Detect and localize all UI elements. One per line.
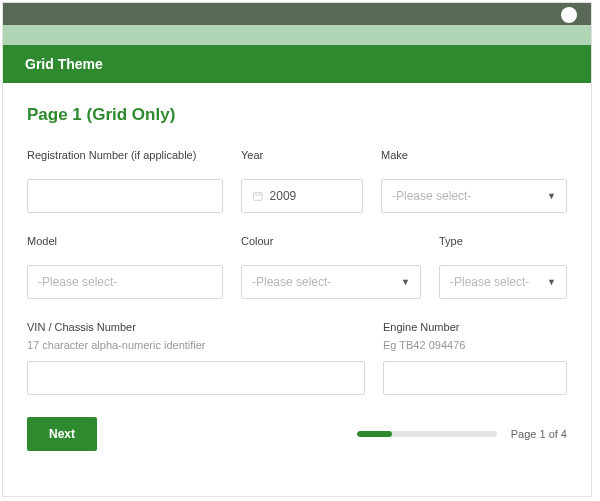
- input-vin-wrapper: [27, 361, 365, 395]
- field-year: Year: [241, 149, 363, 213]
- title-bar: Grid Theme: [3, 45, 591, 83]
- field-vin: VIN / Chassis Number 17 character alpha-…: [27, 321, 365, 395]
- colour-select[interactable]: -Please select- ▼: [241, 265, 421, 299]
- sub-bar: [3, 25, 591, 45]
- type-select[interactable]: -Please select- ▼: [439, 265, 567, 299]
- field-model: Model -Please select-: [27, 235, 223, 299]
- theme-title: Grid Theme: [25, 56, 103, 72]
- label-vin: VIN / Chassis Number: [27, 321, 365, 333]
- form-content: Page 1 (Grid Only) Registration Number (…: [3, 83, 591, 467]
- label-type: Type: [439, 235, 567, 247]
- make-placeholder: -Please select-: [392, 189, 471, 203]
- input-year-wrapper: [241, 179, 363, 213]
- calendar-icon: [252, 189, 264, 203]
- hint-engine: Eg TB42 094476: [383, 339, 567, 353]
- year-input[interactable]: [270, 189, 352, 203]
- label-registration: Registration Number (if applicable): [27, 149, 223, 161]
- label-model: Model: [27, 235, 223, 247]
- registration-input[interactable]: [38, 189, 212, 203]
- make-select[interactable]: -Please select- ▼: [381, 179, 567, 213]
- model-select[interactable]: -Please select-: [27, 265, 223, 299]
- input-registration-wrapper: [27, 179, 223, 213]
- progress-area: Page 1 of 4: [357, 428, 567, 440]
- type-placeholder: -Please select-: [450, 275, 529, 289]
- form-footer: Next Page 1 of 4: [27, 417, 567, 451]
- engine-input[interactable]: [394, 371, 556, 385]
- top-bar: [3, 3, 591, 25]
- chevron-down-icon: ▼: [547, 277, 556, 287]
- progress-bar: [357, 431, 497, 437]
- field-type: Type -Please select- ▼: [439, 235, 567, 299]
- avatar[interactable]: [561, 7, 577, 23]
- field-registration: Registration Number (if applicable): [27, 149, 223, 213]
- label-engine: Engine Number: [383, 321, 567, 333]
- model-placeholder: -Please select-: [38, 275, 117, 289]
- next-button[interactable]: Next: [27, 417, 97, 451]
- hint-vin: 17 character alpha-numeric identifier: [27, 339, 365, 353]
- vin-input[interactable]: [38, 371, 354, 385]
- colour-placeholder: -Please select-: [252, 275, 331, 289]
- progress-fill: [357, 431, 392, 437]
- page-indicator: Page 1 of 4: [511, 428, 567, 440]
- chevron-down-icon: ▼: [401, 277, 410, 287]
- page-title: Page 1 (Grid Only): [27, 105, 567, 125]
- label-make: Make: [381, 149, 567, 161]
- input-engine-wrapper: [383, 361, 567, 395]
- form-panel: Grid Theme Page 1 (Grid Only) Registrati…: [2, 2, 592, 497]
- chevron-down-icon: ▼: [547, 191, 556, 201]
- field-engine: Engine Number Eg TB42 094476: [383, 321, 567, 395]
- label-year: Year: [241, 149, 363, 161]
- field-make: Make -Please select- ▼: [381, 149, 567, 213]
- field-colour: Colour -Please select- ▼: [241, 235, 421, 299]
- label-colour: Colour: [241, 235, 421, 247]
- svg-rect-0: [253, 193, 262, 201]
